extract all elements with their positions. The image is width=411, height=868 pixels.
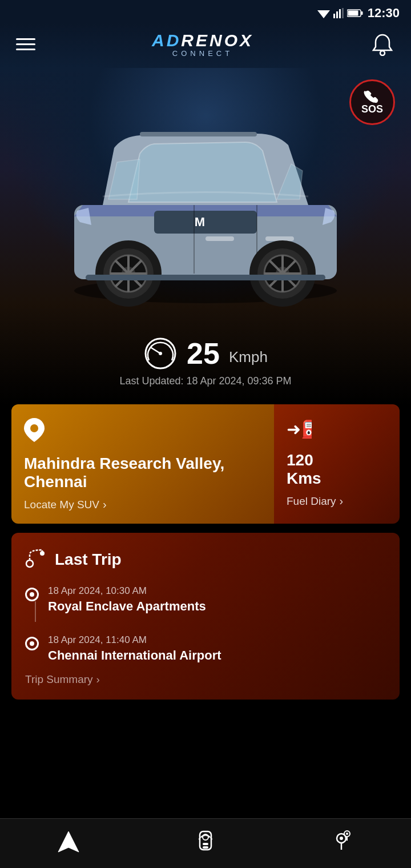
svg-point-8 <box>380 51 385 55</box>
last-updated: Last Updated: 18 Apr 2024, 09:36 PM <box>119 375 291 387</box>
svg-text:M: M <box>195 215 205 229</box>
nav-item-remote[interactable] <box>193 829 218 854</box>
svg-rect-4 <box>342 8 344 18</box>
fuel-pump-icon: ➜⛽ <box>287 418 312 439</box>
bottom-nav <box>0 818 411 868</box>
route-icon <box>25 548 47 569</box>
trip-stop-2-place: Chennai International Airport <box>48 648 221 663</box>
fuel-icon: ➜⛽ <box>287 418 387 443</box>
svg-rect-16 <box>206 236 234 241</box>
sos-label: SOS <box>361 103 383 115</box>
svg-point-38 <box>30 424 38 432</box>
header: ADRENOX CONNECT <box>0 23 411 68</box>
notification-bell[interactable] <box>370 32 395 57</box>
svg-marker-42 <box>58 831 79 852</box>
signal-icon <box>333 8 344 18</box>
trip-stop-1-time: 18 Apr 2024, 10:30 AM <box>48 585 206 597</box>
trip-stop-2: 18 Apr 2024, 11:40 AM Chennai Internatio… <box>25 634 386 663</box>
svg-rect-12 <box>154 211 257 234</box>
hamburger-menu[interactable] <box>16 38 35 50</box>
trip-stop-2-time: 18 Apr 2024, 11:40 AM <box>48 634 221 646</box>
remote-control-icon <box>193 829 218 854</box>
logo-text: ADRENOX <box>152 31 253 50</box>
location-name: Mahindra Research Valley, Chennai <box>24 455 261 491</box>
svg-rect-45 <box>203 843 208 845</box>
status-time: 12:30 <box>368 6 400 21</box>
location-card[interactable]: Mahindra Research Valley, Chennai Locate… <box>11 404 274 524</box>
fuel-card[interactable]: ➜⛽ 120 Kms Fuel Diary › <box>274 404 400 524</box>
locate-icon <box>330 829 355 854</box>
svg-rect-3 <box>339 9 341 18</box>
navigate-icon <box>56 829 81 854</box>
status-icons <box>317 8 363 18</box>
battery-icon <box>347 9 363 18</box>
svg-text:➜⛽: ➜⛽ <box>287 419 312 439</box>
sos-phone-icon <box>363 90 381 103</box>
svg-point-37 <box>159 352 162 355</box>
locate-suv-link[interactable]: Locate My SUV › <box>24 498 261 511</box>
trip-summary-link[interactable]: Trip Summary › <box>25 673 386 686</box>
svg-rect-7 <box>348 11 358 16</box>
svg-point-40 <box>26 560 33 567</box>
speed-row: 25 Kmph <box>143 336 268 371</box>
svg-point-48 <box>340 837 343 840</box>
trip-title: Last Trip <box>55 550 122 569</box>
speedometer-icon <box>143 336 178 371</box>
trip-connector-line <box>35 601 36 622</box>
trip-header: Last Trip <box>25 548 386 572</box>
trip-stop-1-place: Royal Enclave Apartments <box>48 599 206 614</box>
svg-point-50 <box>346 833 348 835</box>
speed-section: 25 Kmph Last Updated: 18 Apr 2024, 09:36… <box>0 331 411 399</box>
svg-rect-34 <box>86 275 325 280</box>
svg-rect-17 <box>265 236 294 241</box>
nav-item-locate[interactable] <box>330 829 355 854</box>
car-image: M <box>0 68 411 331</box>
logo: ADRENOX CONNECT <box>152 31 253 58</box>
logo-sub: CONNECT <box>152 49 253 58</box>
svg-rect-2 <box>336 11 338 18</box>
trip-stop-dot-2 <box>25 637 39 650</box>
suv-illustration: M <box>40 91 371 308</box>
trip-stop-dot-1 <box>25 588 39 601</box>
speed-value: 25 <box>187 336 220 371</box>
pin-icon <box>24 418 45 442</box>
svg-rect-1 <box>333 14 335 18</box>
last-trip-card: Last Trip 18 Apr 2024, 10:30 AM Royal En… <box>11 533 400 700</box>
svg-rect-11 <box>140 132 257 136</box>
svg-marker-0 <box>317 10 330 18</box>
bell-icon <box>372 33 393 56</box>
svg-rect-6 <box>361 11 362 15</box>
wifi-icon <box>317 8 330 18</box>
fuel-diary-link[interactable]: Fuel Diary › <box>287 495 387 508</box>
trip-stop-1-info: 18 Apr 2024, 10:30 AM Royal Enclave Apar… <box>48 585 206 614</box>
trip-stop-2-info: 18 Apr 2024, 11:40 AM Chennai Internatio… <box>48 634 221 663</box>
svg-point-41 <box>40 551 45 556</box>
trip-stop-1: 18 Apr 2024, 10:30 AM Royal Enclave Apar… <box>25 585 386 624</box>
svg-rect-46 <box>203 846 208 849</box>
nav-item-navigate[interactable] <box>56 829 81 854</box>
sos-button[interactable]: SOS <box>349 79 395 125</box>
speed-unit: Kmph <box>229 348 268 366</box>
info-cards: Mahindra Research Valley, Chennai Locate… <box>11 404 400 524</box>
hero-section: SOS M <box>0 68 411 404</box>
fuel-range: 120 Kms <box>287 451 387 488</box>
location-pin-icon <box>24 418 261 447</box>
status-bar: 12:30 <box>0 0 411 23</box>
trip-route-icon <box>25 548 47 572</box>
